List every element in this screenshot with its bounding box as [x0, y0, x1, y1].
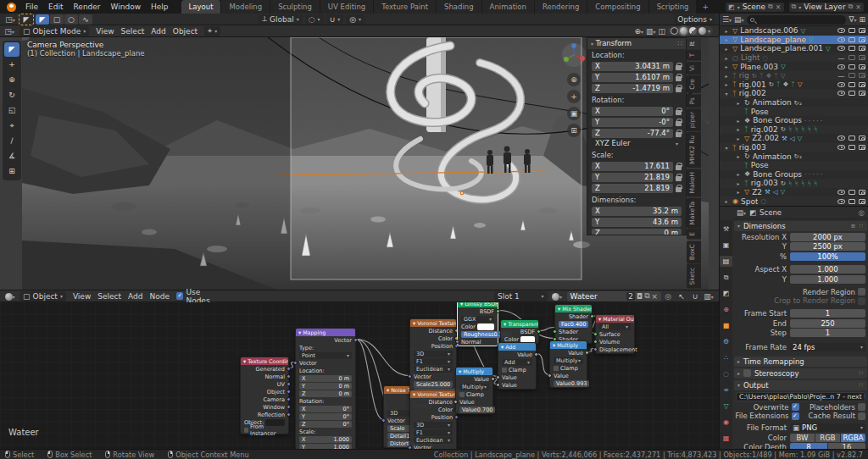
socket-out[interactable] [585, 351, 589, 355]
lock-icon[interactable] [676, 132, 682, 137]
proportional-editing-dropdown[interactable]: ◎▾ [346, 14, 364, 25]
expand-arrow-icon[interactable]: ▾ [723, 145, 730, 151]
npanel-tab-vi[interactable]: Vi [687, 62, 701, 75]
material-users-count[interactable]: 2 [626, 292, 635, 301]
viewport-menu-add[interactable]: Add [147, 27, 169, 36]
expand-arrow-icon[interactable]: ▸ [723, 73, 730, 79]
option-8[interactable]: 8 [790, 443, 827, 449]
disable-render-toggle[interactable] [859, 64, 865, 69]
node-material-output[interactable]: ▾ Material OutputAll▾SurfaceVolumeDispla… [595, 314, 635, 354]
slot-dropdown[interactable]: Slot 1▾ [494, 291, 548, 301]
render-region-checkbox[interactable] [858, 288, 865, 296]
socket-out[interactable] [287, 382, 291, 386]
workspace-tab-compositing[interactable]: Compositing [587, 0, 648, 14]
shader-context-dropdown[interactable]: ▢ Object▾ [19, 291, 66, 301]
outliner-row-rig-002[interactable]: ▸ᛉrig.002↻ᛋᛋᛋᛋᛋ [720, 125, 868, 135]
option-rgba[interactable]: RGBA [841, 434, 865, 442]
node-dropdown[interactable]: Multiply▾ [459, 384, 489, 390]
expand-arrow-icon[interactable]: ▸ [735, 126, 742, 132]
socket-in[interactable] [496, 383, 500, 387]
disable-viewports-toggle[interactable] [849, 199, 855, 204]
new-view-layer-icon[interactable]: ⧉ [849, 3, 854, 11]
node-dropdown[interactable]: 3D▾ [414, 422, 453, 429]
node-value-field[interactable]: Value0.700 [459, 406, 495, 413]
node-texture-coordinate[interactable]: ▾ Texture CoordinateGeneratedNormalUVObj… [240, 357, 289, 434]
disable-viewports-toggle[interactable] [849, 135, 855, 141]
outliner-row-rig-002[interactable]: ▾ᛉrig.002 [720, 89, 868, 98]
properties-tab-tool[interactable]: ⚒ [720, 224, 732, 235]
t-loc-y-field[interactable]: Y1.6107 m [592, 73, 673, 82]
disable-render-toggle[interactable] [859, 91, 865, 96]
aspect-x-field[interactable]: 1.000 [790, 265, 865, 274]
outliner-row-rig-003[interactable]: ▾ᛉrig.003 [720, 143, 868, 152]
lock-icon[interactable] [676, 121, 682, 126]
node-dropdown[interactable]: All▾ [599, 324, 631, 330]
annotate-tool-button[interactable]: ∕ [4, 134, 19, 148]
node-menu-select[interactable]: Select [94, 292, 125, 301]
socket-out[interactable] [537, 329, 541, 334]
node-dropdown[interactable]: Euclidean▾ [414, 437, 453, 444]
node-header[interactable]: ▾ Transparent BSDF [501, 320, 538, 328]
solid-shading-icon[interactable] [680, 27, 687, 35]
fake-user-icon[interactable]: ◘ [637, 292, 643, 301]
file-extensions-checkbox[interactable]: ✓ [792, 412, 799, 420]
pan-icon[interactable]: + [567, 90, 581, 103]
viewport-menu-select[interactable]: Select [118, 27, 148, 36]
disable-render-toggle[interactable] [859, 199, 865, 204]
t-loc-x-field[interactable]: X3.0431 m [592, 62, 673, 71]
expand-arrow-icon[interactable]: ▸ [735, 153, 742, 159]
outliner-row-spot[interactable]: ▸◉Spot◌ [720, 196, 868, 206]
frame-rate-dropdown[interactable]: 24 fps▾ [790, 343, 865, 351]
resolution-x-field[interactable]: 2000 px [790, 233, 865, 241]
rotate-tool-button[interactable]: ↻ [4, 88, 19, 102]
option-rgb[interactable]: RGB [815, 434, 840, 442]
node-dropdown[interactable]: Point▾ [299, 352, 352, 359]
properties-tab-object[interactable]: ■ [720, 320, 732, 331]
socket-out[interactable] [287, 405, 291, 409]
node-value-field[interactable]: X0° [299, 406, 352, 412]
socket-in[interactable] [381, 418, 386, 423]
lock-icon[interactable] [676, 87, 682, 92]
node-mapping[interactable]: ▾ MappingVectorType:Point▾VectorLocation… [295, 328, 356, 449]
node-mix-shader[interactable]: ▾ Mix ShaderShaderFac0.400ShaderShader [554, 304, 593, 344]
node-menu-node[interactable]: Node [146, 292, 173, 301]
outliner-row-rig-001[interactable]: ▸ᛉrig.001↻ᛉ❖ᛉ▽ [720, 80, 868, 90]
disable-viewports-toggle[interactable] [849, 91, 855, 96]
transform-panel-header[interactable]: ▾ Transform∷ [587, 38, 686, 49]
filter-funnel-icon[interactable]: ∇▾ [849, 15, 856, 24]
lock-icon[interactable] [676, 165, 682, 170]
node-dropdown[interactable]: F1▾ [414, 358, 453, 365]
color-swatch[interactable] [477, 324, 494, 330]
editor-type-icon[interactable]: ◳▾ [3, 15, 17, 24]
hide-viewport-toggle[interactable] [837, 64, 845, 69]
lock-icon[interactable] [676, 65, 682, 70]
node-math-add[interactable]: ▾ AddValueAdd▾ClampValueValue [498, 342, 537, 390]
gizmo-toggle-icon[interactable]: ⊕▾ [634, 27, 643, 36]
disable-viewports-toggle[interactable] [849, 55, 855, 60]
socket-in[interactable] [453, 400, 458, 404]
socket-out[interactable] [287, 390, 291, 394]
lock-icon[interactable] [676, 76, 682, 81]
option-16[interactable]: 16 [828, 443, 865, 449]
select-extend-icon[interactable]: ▢ [50, 14, 64, 25]
disable-viewports-toggle[interactable] [849, 82, 855, 87]
expand-arrow-icon[interactable]: ▾ [723, 91, 730, 97]
outliner-row-z2-002[interactable]: ▸▽Z2.002⚒◁▽ [720, 134, 868, 143]
add-workspace-tab[interactable]: + [697, 0, 714, 14]
properties-tab-data[interactable]: ▽ [720, 401, 732, 412]
material-browse-icon[interactable]: ▾ [551, 292, 564, 301]
rendered-shading-icon[interactable] [698, 27, 706, 35]
node-checkbox[interactable] [502, 368, 507, 373]
disable-viewports-toggle[interactable] [849, 73, 855, 78]
add-cube-tool-button[interactable]: ⊞ [4, 164, 19, 179]
mode-selector[interactable]: ▢ Object Mode▾ [19, 26, 89, 36]
pivot-point-dropdown[interactable]: ◌▾ [305, 14, 324, 25]
menu-edit[interactable]: Edit [43, 3, 68, 11]
unlink-scene-icon[interactable]: × [776, 3, 782, 11]
outliner-display-mode-icon[interactable]: ☰▾ [722, 15, 732, 24]
socket-out[interactable] [287, 412, 291, 417]
npanel-tab-sketc[interactable]: Sketc [687, 264, 701, 289]
viewport[interactable]: Camera Perspective (1) Collection | Land… [0, 37, 719, 290]
node-value-field[interactable]: Y0 m [299, 383, 352, 390]
lock-icon[interactable] [676, 187, 682, 192]
